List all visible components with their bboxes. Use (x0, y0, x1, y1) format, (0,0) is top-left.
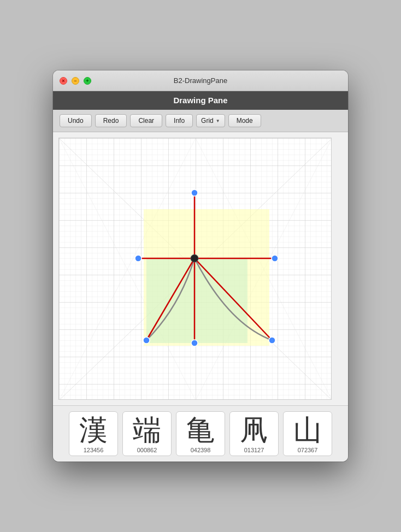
control-point-top[interactable] (191, 190, 198, 196)
header-bar: Drawing Pane (53, 91, 348, 110)
maximize-button[interactable]: + (84, 77, 91, 85)
minimize-button[interactable]: − (72, 77, 79, 85)
char-glyph-0: 漢 (79, 416, 108, 445)
char-glyph-4: 山 (293, 416, 322, 445)
characters-bar: 漢 123456 端 000862 亀 042398 凧 013127 山 07… (53, 405, 348, 462)
titlebar: × − + B2-DrawingPane (53, 70, 348, 91)
grid-label: Grid (201, 117, 214, 125)
control-point-right[interactable] (272, 255, 278, 262)
char-cell-2[interactable]: 亀 042398 (176, 411, 225, 456)
redo-button[interactable]: Redo (95, 114, 127, 127)
chevron-down-icon: ▼ (216, 119, 220, 123)
char-code-2: 042398 (191, 447, 211, 453)
char-code-1: 000862 (137, 447, 157, 453)
char-cell-3[interactable]: 凧 013127 (229, 411, 279, 456)
info-button[interactable]: Info (166, 114, 193, 127)
undo-button[interactable]: Undo (60, 114, 92, 127)
mode-button[interactable]: Mode (228, 114, 261, 127)
char-code-4: 072367 (298, 447, 318, 453)
char-glyph-2: 亀 (186, 416, 215, 445)
char-cell-1[interactable]: 端 000862 (122, 411, 172, 456)
svg-rect-9 (146, 258, 247, 343)
control-point-bottom-right[interactable] (269, 337, 275, 344)
char-code-3: 013127 (244, 447, 264, 453)
header-title: Drawing Pane (173, 96, 227, 105)
close-button[interactable]: × (60, 77, 67, 85)
toolbar: Undo Redo Clear Info Grid ▼ Mode (53, 110, 348, 132)
grid-dropdown[interactable]: Grid ▼ (196, 114, 225, 127)
char-cell-0[interactable]: 漢 123456 (69, 411, 118, 456)
drawing-canvas[interactable] (58, 138, 332, 400)
traffic-lights: × − + (60, 77, 91, 85)
control-point-left[interactable] (135, 255, 141, 262)
char-cell-4[interactable]: 山 072367 (283, 411, 332, 456)
char-glyph-3: 凧 (240, 416, 268, 445)
char-code-0: 123456 (84, 447, 104, 453)
app-window: × − + B2-DrawingPane Drawing Pane Undo R… (53, 70, 348, 462)
window-title: B2-DrawingPane (174, 76, 227, 85)
control-point-bottom-left[interactable] (143, 337, 150, 344)
center-point[interactable] (191, 255, 198, 262)
clear-button[interactable]: Clear (130, 114, 162, 127)
control-point-bottom-center[interactable] (191, 340, 198, 346)
canvas-area (53, 132, 348, 405)
drawing-svg (59, 138, 332, 400)
char-glyph-1: 端 (133, 416, 161, 445)
